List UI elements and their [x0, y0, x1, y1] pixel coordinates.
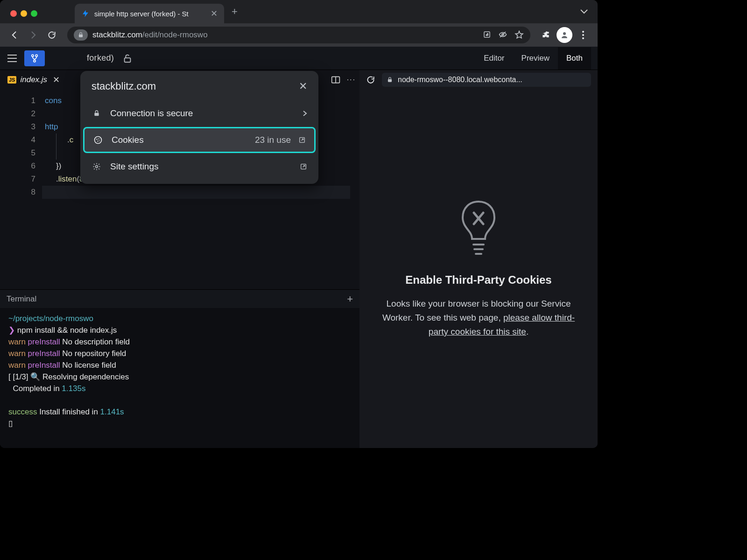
svg-point-25: [96, 139, 97, 140]
site-info-button[interactable]: [74, 29, 88, 41]
cookie-icon: [93, 135, 103, 145]
svg-point-4: [563, 32, 566, 35]
preview-message: Looks like your browser is blocking our …: [374, 297, 584, 339]
tab-title: simple http server (forked) - St: [94, 10, 206, 18]
js-file-icon: JS: [7, 76, 16, 84]
hamburger-icon[interactable]: [7, 54, 18, 63]
view-tab-both[interactable]: Both: [558, 47, 591, 70]
lock-icon: [92, 110, 102, 117]
popup-close-icon[interactable]: ✕: [299, 80, 307, 92]
install-app-icon[interactable]: [483, 30, 491, 40]
bookmark-star-icon[interactable]: [514, 30, 524, 40]
site-settings-row[interactable]: Site settings: [80, 154, 318, 179]
app-header: forked) Editor Preview Both: [0, 47, 598, 70]
eye-off-icon[interactable]: [498, 30, 508, 40]
svg-point-5: [582, 31, 584, 33]
site-info-popup: stackblitz.com ✕ Connection is secure Co…: [80, 71, 318, 184]
close-file-icon[interactable]: ✕: [53, 75, 60, 85]
svg-point-24: [95, 137, 102, 144]
file-tab-index-js[interactable]: JS index.js ✕: [4, 72, 63, 88]
fork-button[interactable]: [24, 50, 45, 66]
reload-button[interactable]: [44, 27, 60, 43]
browser-toolbar: stackblitz.com/edit/node-rmoswo: [0, 23, 598, 47]
svg-point-7: [582, 37, 584, 39]
window-traffic-lights[interactable]: [10, 10, 37, 17]
svg-point-12: [35, 55, 37, 56]
external-link-icon: [298, 136, 306, 144]
view-switcher: Editor Preview Both: [475, 47, 591, 70]
svg-point-30: [96, 166, 98, 168]
lightbulb-x-icon: [458, 199, 499, 259]
preview-heading: Enable Third-Party Cookies: [405, 273, 551, 287]
current-line-highlight: [42, 186, 350, 199]
svg-rect-23: [94, 113, 99, 116]
terminal-header: Terminal +: [0, 289, 359, 308]
lock-open-icon[interactable]: [122, 53, 133, 63]
forward-button[interactable]: [25, 27, 41, 43]
external-link-icon: [300, 163, 307, 170]
url-text: stackblitz.com/edit/node-rmoswo: [92, 30, 208, 40]
svg-rect-0: [79, 35, 83, 37]
tab-strip: simple http server (forked) - St ✕ +: [0, 0, 598, 23]
cookies-count: 23 in use: [255, 135, 291, 145]
terminal-title: Terminal: [7, 294, 36, 304]
preview-reload-icon[interactable]: [366, 75, 375, 84]
preview-content: Enable Third-Party Cookies Looks like yo…: [359, 90, 598, 448]
gear-icon: [92, 162, 102, 171]
site-settings-label: Site settings: [110, 161, 159, 172]
svg-rect-17: [388, 79, 392, 82]
editor-more-icon[interactable]: ···: [347, 76, 356, 84]
new-tab-button[interactable]: +: [232, 6, 238, 18]
tab-close-icon[interactable]: ✕: [211, 8, 218, 19]
preview-url: node-rmoswo--8080.local.webconta...: [398, 76, 522, 84]
cookies-label: Cookies: [112, 135, 144, 145]
minimize-window[interactable]: [21, 10, 27, 17]
project-name: forked): [87, 53, 114, 63]
view-tab-preview[interactable]: Preview: [513, 47, 558, 70]
popup-domain: stackblitz.com: [92, 80, 156, 92]
preview-address-bar[interactable]: node-rmoswo--8080.local.webconta...: [382, 73, 591, 87]
connection-secure-row[interactable]: Connection is secure: [80, 101, 318, 126]
chevron-right-icon: [303, 110, 307, 117]
stackblitz-icon: [81, 9, 90, 18]
terminal-body[interactable]: ~/projects/node-rmoswo ❯ npm install && …: [0, 308, 359, 448]
stackblitz-app: forked) Editor Preview Both JS index.js …: [0, 47, 598, 448]
split-editor-icon[interactable]: [331, 76, 340, 84]
view-tab-editor[interactable]: Editor: [475, 47, 513, 70]
address-bar[interactable]: stackblitz.com/edit/node-rmoswo: [67, 27, 530, 43]
close-window[interactable]: [10, 10, 17, 17]
svg-point-28: [99, 140, 100, 141]
maximize-window[interactable]: [31, 10, 37, 17]
browser-menu-icon[interactable]: [575, 27, 591, 43]
tab-overflow-icon[interactable]: [580, 9, 588, 14]
new-terminal-icon[interactable]: +: [347, 293, 353, 305]
svg-point-6: [582, 34, 584, 36]
profile-avatar[interactable]: [557, 27, 572, 43]
preview-pane: node-rmoswo--8080.local.webconta... Enab…: [359, 70, 598, 448]
svg-point-13: [34, 60, 35, 62]
preview-toolbar: node-rmoswo--8080.local.webconta...: [359, 70, 598, 90]
line-gutter: 12345678: [0, 90, 45, 289]
cookies-row[interactable]: Cookies 23 in use: [83, 127, 316, 153]
browser-tab[interactable]: simple http server (forked) - St ✕: [75, 4, 224, 23]
svg-rect-14: [125, 58, 131, 62]
extensions-icon[interactable]: [538, 27, 554, 43]
svg-point-27: [97, 140, 98, 141]
svg-point-26: [99, 139, 99, 140]
svg-point-11: [32, 55, 34, 56]
connection-label: Connection is secure: [110, 108, 193, 119]
file-name: index.js: [20, 75, 47, 84]
back-button[interactable]: [7, 27, 22, 43]
